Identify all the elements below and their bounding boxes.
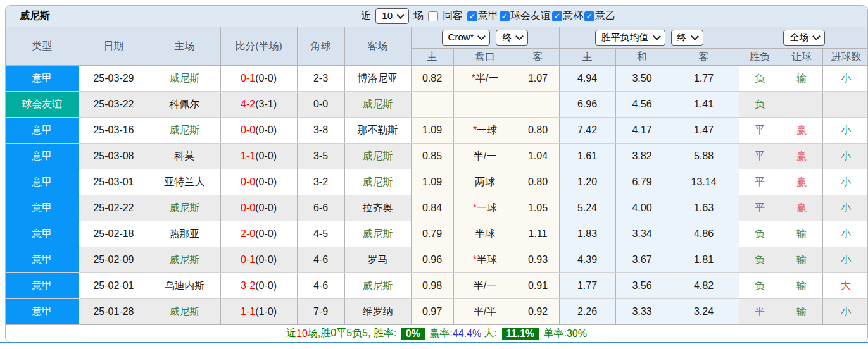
goals: 小 [822,247,868,273]
section-divider [0,342,868,343]
stat-badge: 0% [401,328,425,340]
home-team: 亚特兰大 [149,169,220,195]
corners: 0-0 [297,92,344,118]
avg-away: 4.86 [669,221,739,247]
handicap: *一球 [453,118,517,144]
league-filter-label: 意杯 [563,9,583,23]
match-date: 25-03-16 [79,118,149,144]
sub-header-avg-away: 客 [669,49,739,66]
avg-away: 1.41 [669,92,739,118]
summary-text: 场,胜0平5负5, 胜率: [308,327,399,340]
match-date: 25-02-18 [79,221,149,247]
summary-text: 赢率: [427,327,453,340]
home-team: 威尼斯 [149,299,220,325]
odds-home: 0.98 [411,273,453,299]
avg-draw: 3.33 [615,299,669,325]
score: 4-2(3-1) [220,92,297,118]
match-table: 类型 日期 主场 比分(半场) 角球 客场 Crow* 终 [6,27,868,325]
odds-source-select[interactable]: Crow* [442,30,491,46]
match-history-panel: 威尼斯 近 10 场 同客 意甲 球会友谊 意杯 意乙 [5,5,868,343]
league-filter-checkbox[interactable] [552,11,562,21]
summary-text: 大: [481,327,500,340]
score: 0-0(0-0) [220,169,297,195]
league-badge: 意甲 [6,273,79,299]
handicap: *半球 [453,247,517,273]
away-team: 威尼斯 [344,169,411,195]
chevron-down-icon [653,32,661,40]
handicap-result: 赢 [781,144,822,169]
league-filter-checkbox[interactable] [467,11,477,21]
corners: 6-6 [297,195,344,221]
near-count-select[interactable]: 10 [375,8,409,24]
odds-time-select[interactable]: 终 [496,30,528,46]
league-badge: 意甲 [6,195,79,221]
table-row: 球会友谊 25-03-22 科佩尔 4-2(3-1) 0-0 威尼斯 6.96 … [6,92,868,118]
chevron-down-icon [478,32,486,40]
odds-home [411,92,453,118]
odds-source-group: Crow* 终 [411,27,559,49]
avg-away: 1.63 [669,195,739,221]
result: 平 [739,195,781,221]
home-team: 威尼斯 [149,195,220,221]
col-header-home: 主场 [149,27,220,66]
score: 0-0(0-0) [220,195,297,221]
handicap-result: 赢 [781,118,822,144]
match-date: 25-01-28 [79,299,149,325]
avg-home: 4.94 [559,66,615,92]
avg-time-select[interactable]: 终 [671,30,703,46]
away-team: 威尼斯 [344,221,411,247]
home-team: 科佩尔 [149,92,220,118]
league-filter[interactable]: 意甲 [467,9,498,23]
league-filter-checkbox[interactable] [584,11,594,21]
goals: 大 [822,273,868,299]
near-label: 近 [361,9,371,23]
avg-draw: 4.56 [615,92,669,118]
table-row: 意甲 25-02-09 威尼斯 0-1(0-0) 4-6 罗马 0.96 *半球… [6,247,868,273]
odds-away: 0.80 [517,169,559,195]
league-filter-label: 意甲 [478,9,498,23]
summary-text: 单率: [541,327,567,340]
home-team: 科莫 [149,144,220,169]
table-row: 意甲 25-02-01 乌迪内斯 3-2(0-0) 4-6 威尼斯 0.98 半… [6,273,868,299]
home-team: 威尼斯 [149,118,220,144]
league-filter-checkbox[interactable] [500,11,510,21]
league-filter[interactable]: 意乙 [584,9,615,23]
goals: 小 [822,195,868,221]
sub-header-handicap-result: 让球 [781,49,822,66]
league-filter[interactable]: 意杯 [552,9,583,23]
avg-draw: 3.56 [615,273,669,299]
away-team: 博洛尼亚 [344,66,411,92]
chevron-down-icon [691,32,699,40]
corners: 7-9 [297,299,344,325]
avg-draw: 3.82 [615,144,669,169]
scope-select[interactable]: 全场 [783,30,825,46]
match-date: 25-02-22 [79,195,149,221]
result: 平 [739,118,781,144]
odds-away: 1.05 [517,195,559,221]
result: 负 [739,92,781,118]
result: 负 [739,66,781,92]
col-header-date: 日期 [79,27,149,66]
score: 0-1(0-0) [220,247,297,273]
result: 负 [739,273,781,299]
avg-type-select[interactable]: 胜平负均值 [595,30,665,46]
home-team: 威尼斯 [149,66,220,92]
match-date: 25-02-09 [79,247,149,273]
league-badge: 球会友谊 [6,92,79,118]
league-filter[interactable]: 球会友谊 [500,9,551,23]
handicap: 两球 [453,169,517,195]
odds-home: 0.79 [411,221,453,247]
handicap-result: 赢 [781,195,822,221]
sub-header-avg-draw: 和 [615,49,669,66]
same-away-checkbox[interactable] [428,11,438,21]
chevron-down-icon [812,32,821,40]
handicap: 半/一 [453,144,517,169]
avg-away: 1.77 [669,66,739,92]
table-row: 意甲 25-03-08 科莫 1-1(0-0) 3-5 威尼斯 0.85 半/一… [6,144,868,169]
avg-home: 1.20 [559,169,615,195]
home-team: 热那亚 [149,221,220,247]
goals: 小 [822,66,868,92]
score: 0-0(0-0) [220,118,297,144]
away-team: 那不勒斯 [344,118,411,144]
scope-group: 全场 [739,27,868,49]
